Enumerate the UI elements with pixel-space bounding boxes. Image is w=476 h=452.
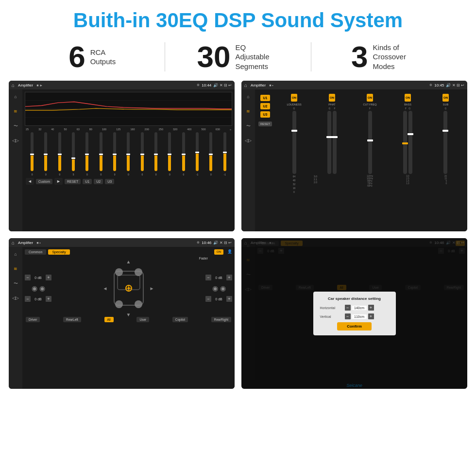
eq-slider-13[interactable]: -1 <box>191 132 204 176</box>
speaker-icons-right: ◉ ◉ <box>205 284 232 292</box>
screen2-title: Amplifier <box>251 83 266 87</box>
nav-eq-3[interactable]: ≋ <box>10 264 21 273</box>
confirm-button[interactable]: Confirm <box>337 322 372 330</box>
nav-home-1[interactable]: ⌂ <box>10 92 21 101</box>
nav-wave-3[interactable]: 〜 <box>10 279 21 288</box>
nav-eq-2[interactable]: ≋ <box>243 107 254 116</box>
arrow-left[interactable]: ◄ <box>103 286 108 291</box>
eq-u1-button[interactable]: U1 <box>83 179 92 184</box>
eq-slider-1[interactable]: 0 <box>26 132 38 176</box>
sub-slider[interactable] <box>443 111 447 174</box>
dialog-overlay: Car speaker distance setting Horizontal … <box>241 238 467 389</box>
eq-u2-button[interactable]: U2 <box>94 179 103 184</box>
horizontal-plus[interactable]: + <box>368 305 374 311</box>
nav-speaker-2[interactable]: ◁▷ <box>243 136 254 145</box>
screen2-status-icons: 🔊 ✕ ⊟ ↩ <box>446 83 464 87</box>
tab-specialty[interactable]: Specialty <box>48 249 69 255</box>
eq-slider-6[interactable]: 0 <box>95 132 107 176</box>
amp-u1-button[interactable]: U1 <box>260 95 271 101</box>
eq-slider-3[interactable]: 0 <box>53 132 66 176</box>
position-rearleft[interactable]: RearLeft <box>63 317 81 322</box>
db-plus-topright[interactable]: + <box>226 275 232 280</box>
eq-slider-4[interactable]: 5 <box>67 132 80 176</box>
horizontal-minus[interactable]: − <box>345 305 351 311</box>
screen-fader: ⌂ Amplifier ■ • ⊕ 10:46 🔊 ✕ ⊟ ↩ ⌂ ≋ 〜 ◁▷… <box>9 238 235 389</box>
loudness-on-badge[interactable]: ON <box>291 94 297 102</box>
channel-sub: ON SUB G 201550 <box>427 94 464 227</box>
phat-slider-1[interactable] <box>327 111 331 174</box>
eq-slider-11[interactable]: 0 <box>163 132 176 176</box>
db-minus-bottomright[interactable]: − <box>205 296 211 302</box>
amp-reset-button[interactable]: RESET <box>258 122 272 126</box>
tab-common[interactable]: Common <box>25 249 46 255</box>
eq-slider-15[interactable]: -1 <box>219 132 231 176</box>
eq-slider-7[interactable]: 0 <box>108 132 121 176</box>
position-copilot[interactable]: Copilot <box>172 317 188 322</box>
phat-on-badge[interactable]: ON <box>329 94 335 102</box>
nav-eq-1[interactable]: ≋ <box>10 107 21 116</box>
bass-slider-1[interactable] <box>403 111 407 174</box>
db-val-bottomleft: 0 dB <box>32 297 44 301</box>
screen3-main: Common Specialty ON 👤 Fader − 0 dB + <box>22 247 235 389</box>
bass-slider-2[interactable] <box>408 111 412 174</box>
eq-reset-button[interactable]: RESET <box>65 179 81 184</box>
speaker-distance-dialog: Car speaker distance setting Horizontal … <box>313 292 396 335</box>
db-plus-bottomright[interactable]: + <box>226 296 232 302</box>
amp-u3-button[interactable]: U3 <box>260 111 271 118</box>
vertical-minus[interactable]: − <box>345 313 351 319</box>
position-all[interactable]: All <box>104 317 114 322</box>
stat-eq-text: EQ AdjustableSegments <box>235 43 279 71</box>
db-minus-topright[interactable]: − <box>205 275 211 280</box>
nav-speaker-3[interactable]: ◁▷ <box>10 294 21 302</box>
fader-on-badge[interactable]: ON <box>214 249 223 255</box>
nav-home-3[interactable]: ⌂ <box>10 250 21 259</box>
loudness-slider[interactable] <box>292 111 296 174</box>
db-plus-topleft[interactable]: + <box>46 275 51 280</box>
nav-home-2[interactable]: ⌂ <box>243 92 254 101</box>
position-driver[interactable]: Driver <box>26 317 40 322</box>
db-plus-bottomleft[interactable]: + <box>46 296 51 302</box>
eq-next-button[interactable]: ► <box>54 178 63 185</box>
eq-slider-12[interactable]: 0 <box>177 132 190 176</box>
page-header: Buith-in 30EQ DSP Sound System <box>0 0 476 37</box>
sub-on-badge[interactable]: ON <box>442 94 449 102</box>
position-rearright[interactable]: RearRight <box>211 317 231 322</box>
amp-u2-button[interactable]: U2 <box>260 103 271 109</box>
side-nav-2: ⌂ ≋ 〜 ◁▷ <box>241 89 255 231</box>
eq-custom-button[interactable]: Custom <box>36 179 52 184</box>
position-user[interactable]: User <box>136 317 149 322</box>
speaker-right-2: ◉ <box>220 284 226 292</box>
vertical-plus[interactable]: + <box>368 313 374 319</box>
stats-row: 6 RCAOutputs 30 EQ AdjustableSegments 3 … <box>0 37 476 81</box>
eq-val-5: 0 <box>86 173 88 176</box>
stat-rca: 6 RCAOutputs <box>19 42 165 72</box>
eq-val-13: -1 <box>196 173 198 176</box>
nav-speaker-1[interactable]: ◁▷ <box>10 136 21 145</box>
phat-slider-2[interactable] <box>333 111 337 174</box>
cutfreq-on-badge[interactable]: ON <box>367 94 373 102</box>
stat-eq-number: 30 <box>197 42 231 72</box>
sub-values: 201550 <box>444 175 447 185</box>
eq-slider-9[interactable]: 0 <box>136 132 149 176</box>
loudness-label: LOUDNESS <box>287 103 301 106</box>
eq-slider-2[interactable]: 0 <box>39 132 52 176</box>
eq-u3-button[interactable]: U3 <box>105 179 114 184</box>
amp-layout: U1 U2 U3 RESET ON LOUDNESS G <box>257 92 465 229</box>
stat-rca-text: RCAOutputs <box>90 48 116 67</box>
eq-slider-5[interactable]: 0 <box>81 132 93 176</box>
arrow-right[interactable]: ► <box>150 286 154 291</box>
nav-wave-2[interactable]: 〜 <box>243 122 254 130</box>
nav-wave-1[interactable]: 〜 <box>10 122 21 130</box>
arrow-down[interactable]: ▼ <box>126 312 131 317</box>
eq-sliders: 0 0 0 <box>25 132 232 176</box>
eq-slider-14[interactable]: 0 <box>204 132 217 176</box>
db-minus-bottomleft[interactable]: − <box>25 296 31 302</box>
bass-on-badge[interactable]: ON <box>405 94 411 102</box>
eq-slider-8[interactable]: 0 <box>122 132 135 176</box>
eq-slider-10[interactable]: 0 <box>150 132 162 176</box>
cutfreq-slider[interactable] <box>368 111 372 174</box>
db-minus-topleft[interactable]: − <box>25 275 31 280</box>
fader-person-icon[interactable]: 👤 <box>227 249 232 255</box>
eq-prev-button[interactable]: ◄ <box>26 178 34 185</box>
arrow-up[interactable]: ▲ <box>126 259 131 264</box>
